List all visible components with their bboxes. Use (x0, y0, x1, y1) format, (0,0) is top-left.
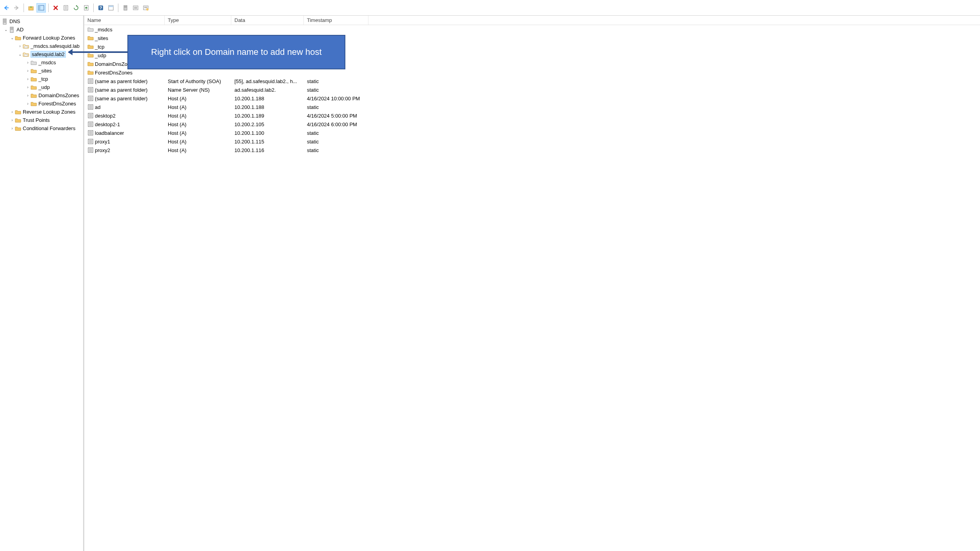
cell-data: ad.safesquid.lab2. (231, 87, 304, 93)
dns-icon (2, 18, 8, 25)
tree-node-flz[interactable]: ⌄ Forward Lookup Zones (0, 34, 83, 42)
back-button[interactable] (2, 3, 11, 13)
tree-label-selected: safesquid.lab2 (31, 51, 66, 58)
tree-node-server[interactable]: ⌄ AD (0, 25, 83, 34)
expander-icon[interactable]: › (17, 44, 23, 49)
delete-button[interactable] (51, 3, 60, 13)
folder-icon (31, 68, 37, 74)
expander-icon[interactable]: › (25, 101, 31, 107)
cell-name-text: desktop2-1 (95, 121, 120, 127)
expander-icon[interactable]: ⌄ (9, 35, 15, 41)
expander-icon[interactable]: › (25, 76, 31, 82)
list-row[interactable]: _msdcs (84, 25, 980, 34)
folder-icon (15, 35, 21, 41)
expander-icon[interactable]: › (9, 109, 15, 115)
cell-name: (same as parent folder) (84, 95, 165, 102)
tree-node-forestdns[interactable]: › ForestDnsZones (0, 100, 83, 108)
column-header-timestamp[interactable]: Timestamp (304, 16, 368, 25)
tree-label: DomainDnsZones (38, 92, 79, 98)
action-button[interactable] (106, 3, 116, 13)
tree-label: _msdcs.safesquid.lab (31, 43, 80, 49)
column-header-name[interactable]: Name (84, 16, 165, 25)
new-zone-button[interactable] (131, 3, 140, 13)
cell-name-text: proxy1 (95, 139, 110, 145)
cell-name-text: loadbalancer (95, 130, 124, 136)
tree-node-domaindns[interactable]: › DomainDnsZones (0, 91, 83, 100)
record-icon (87, 121, 94, 127)
cell-timestamp: static (304, 87, 368, 93)
list-row[interactable]: (same as parent folder)Host (A)10.200.1.… (84, 94, 980, 103)
forward-button[interactable] (12, 3, 21, 13)
cell-timestamp: static (304, 147, 368, 153)
show-hide-tree-button[interactable] (36, 3, 46, 13)
record-icon (87, 104, 94, 110)
svg-rect-25 (4, 21, 6, 21)
tree-label: Conditional Forwarders (23, 125, 75, 131)
new-record-button[interactable] (141, 3, 151, 13)
list-row[interactable]: proxy1Host (A)10.200.1.115static (84, 137, 980, 146)
list-row[interactable]: desktop2Host (A)10.200.1.1894/16/2024 5:… (84, 111, 980, 120)
tree-node-sites[interactable]: › _sites (0, 67, 83, 75)
properties-button[interactable] (61, 3, 71, 13)
cell-type: Host (A) (165, 104, 231, 110)
cell-timestamp: static (304, 130, 368, 136)
list-row[interactable]: ForestDnsZones (84, 68, 980, 77)
column-header-data[interactable]: Data (231, 16, 304, 25)
expander-icon[interactable]: › (25, 68, 31, 74)
cell-type: Name Server (NS) (165, 87, 231, 93)
cell-type: Host (A) (165, 130, 231, 136)
expander-icon[interactable]: › (25, 85, 31, 90)
cell-data: 10.200.1.116 (231, 147, 304, 153)
expander-icon[interactable]: › (9, 126, 15, 131)
column-header-type[interactable]: Type (165, 16, 231, 25)
tree-label: AD (16, 27, 24, 33)
folder-icon (87, 44, 94, 50)
expander-icon[interactable]: › (9, 118, 15, 123)
tree-node-tcp[interactable]: › _tcp (0, 75, 83, 83)
list-row[interactable]: (same as parent folder)Name Server (NS)a… (84, 85, 980, 94)
svg-rect-14 (124, 7, 127, 7)
refresh-button[interactable] (71, 3, 81, 13)
cell-data: 10.200.1.188 (231, 96, 304, 102)
help-button[interactable]: ? (96, 3, 105, 13)
cell-name-text: _tcp (95, 44, 105, 50)
tree-label: DNS (9, 18, 20, 24)
cell-data: 10.200.1.115 (231, 139, 304, 145)
record-icon (87, 138, 94, 145)
folder-icon (87, 26, 94, 33)
tree-node-msdcs[interactable]: › _msdcs (0, 58, 83, 67)
tree-node-dns[interactable]: DNS (0, 17, 83, 25)
expander-icon[interactable]: › (25, 93, 31, 98)
folder-icon (15, 117, 21, 123)
list-row[interactable]: proxy2Host (A)10.200.1.116static (84, 146, 980, 154)
tree-node-udp[interactable]: › _udp (0, 83, 83, 91)
tree-label: _tcp (38, 76, 48, 82)
expander-icon[interactable]: ⌄ (17, 52, 23, 57)
cell-timestamp: static (304, 78, 368, 84)
tree-node-trust[interactable]: › Trust Points (0, 116, 83, 124)
cell-type: Host (A) (165, 121, 231, 127)
list-row[interactable]: adHost (A)10.200.1.188static (84, 103, 980, 111)
cell-name: desktop2-1 (84, 121, 165, 127)
tree-label: _msdcs (38, 60, 56, 65)
folder-icon (15, 109, 21, 115)
cell-name: loadbalancer (84, 130, 165, 136)
svg-rect-2 (38, 5, 40, 10)
record-icon (87, 130, 94, 136)
cell-name: ad (84, 104, 165, 110)
expander-icon[interactable]: › (25, 60, 31, 65)
cell-name: desktop2 (84, 112, 165, 119)
tree-node-conditional[interactable]: › Conditional Forwarders (0, 124, 83, 132)
tree-node-rlz[interactable]: › Reverse Lookup Zones (0, 108, 83, 116)
list-row[interactable]: (same as parent folder)Start of Authorit… (84, 77, 980, 85)
folder-gray-icon (31, 60, 37, 66)
export-button[interactable] (82, 3, 91, 13)
folder-icon (15, 125, 21, 132)
folder-icon (31, 76, 37, 82)
new-server-button[interactable] (121, 3, 130, 13)
up-button[interactable] (26, 3, 36, 13)
expander-icon[interactable]: ⌄ (3, 27, 9, 33)
cell-name-text: _sites (95, 35, 108, 41)
list-row[interactable]: loadbalancerHost (A)10.200.1.100static (84, 129, 980, 137)
list-row[interactable]: desktop2-1Host (A)10.200.2.1054/16/2024 … (84, 120, 980, 129)
